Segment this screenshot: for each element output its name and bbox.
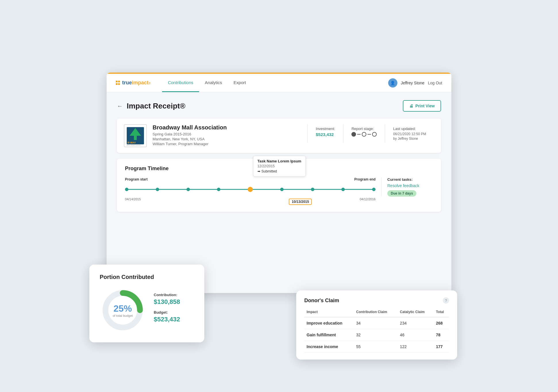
stage-dot-2: [362, 132, 366, 137]
help-icon[interactable]: ?: [443, 297, 449, 304]
investment-label: Investment:: [316, 127, 335, 131]
donors-table: Impact Contribution Claim Catalytic Clai…: [304, 308, 449, 353]
printer-icon: 🖨: [409, 104, 413, 108]
tooltip-task-name: Task Name Lorem Ipsum: [257, 159, 301, 163]
timeline-dates: 04/14/2015 10/13/2015 04/12/2016: [125, 197, 376, 205]
page-header-left: ← Impact Receipt®: [117, 102, 185, 110]
navigation: trueimpact® Contributions Analytics Expo…: [107, 74, 451, 92]
last-updated-value: 06/21/2020 12:50 PM: [393, 132, 426, 136]
username-label: Jeffrey Stone: [401, 81, 424, 85]
print-view-button[interactable]: 🖨 Print View: [403, 100, 441, 112]
timeline-tooltip: Task Name Lorem Ipsum 12/22/2015 ➡ Submi…: [253, 156, 306, 176]
donors-header: Donor's Claim ?: [304, 297, 449, 304]
logo-dots-icon: [116, 81, 120, 85]
cell-contribution: 34: [354, 317, 398, 329]
tasks-label: Current tasks:: [387, 177, 433, 182]
start-date: 04/14/2015: [125, 197, 141, 205]
stage-line-1: [357, 134, 361, 135]
donut-sub: of total budget: [113, 314, 133, 317]
current-date-badge: 10/13/2015: [289, 199, 312, 205]
stage-dot-1: [351, 132, 356, 137]
user-avatar-icon: 👤: [388, 78, 397, 88]
timeline-dot-6: [280, 188, 284, 191]
contribution-label: Contribution:: [154, 293, 194, 297]
nav-tabs: Contributions Analytics Export: [162, 74, 388, 92]
resolve-feedback-link[interactable]: Resolve feedback: [387, 183, 433, 188]
nav-right: 👤 Jeffrey Stone Log Out: [388, 78, 442, 88]
svg-text:MALL ASSOCIATION: MALL ASSOCIATION: [127, 144, 141, 146]
timeline-main: Program start Program end: [125, 177, 376, 205]
cell-impact: Gain fulfillment: [304, 329, 354, 341]
col-impact: Impact: [304, 308, 354, 317]
donut-center: 25% of total budget: [113, 303, 133, 317]
back-button[interactable]: ←: [117, 103, 123, 109]
timeline-dot-4: [217, 188, 220, 191]
contribution-value: $130,858: [154, 298, 194, 306]
org-stats: Investment: $523,432 Report stage:: [307, 124, 434, 143]
last-updated-stat: Last updated: 06/21/2020 12:50 PM by Jef…: [385, 124, 434, 143]
timeline-labels: Program start Program end: [125, 177, 376, 181]
main-app-card: trueimpact® Contributions Analytics Expo…: [107, 73, 451, 293]
timeline-dot-3: [186, 188, 190, 191]
logout-button[interactable]: Log Out: [428, 81, 442, 85]
col-contribution: Contribution Claim: [354, 308, 398, 317]
portion-stats: Contribution: $130,858 Budget: $523,432: [154, 293, 194, 328]
tab-export[interactable]: Export: [228, 74, 252, 92]
timeline-wrapper: Program start Program end: [125, 177, 433, 205]
current-tasks-panel: Current tasks: Resolve feedback Due in 7…: [381, 177, 433, 197]
donors-title: Donor's Claim: [304, 298, 339, 304]
cell-total: 78: [434, 329, 449, 341]
svg-rect-3: [134, 136, 137, 140]
logo: trueimpact®: [116, 80, 151, 86]
cell-catalytic: 46: [398, 329, 434, 341]
stage-dot-3: [372, 132, 377, 137]
cell-catalytic: 234: [398, 317, 434, 329]
tooltip-date: 12/22/2015: [257, 164, 301, 168]
org-program: Spring Gala 2015-2016: [153, 132, 302, 136]
program-end-label: Program end: [354, 177, 376, 181]
cell-contribution: 32: [354, 329, 398, 341]
page-content: ← Impact Receipt® 🖨 Print View: [107, 92, 451, 293]
col-catalytic: Catalytic Claim: [398, 308, 434, 317]
portion-title: Portion Contributed: [100, 274, 194, 280]
budget-label: Budget:: [154, 310, 194, 315]
timeline-dot-active: [248, 187, 253, 192]
logo-text: trueimpact®: [122, 80, 151, 86]
table-header-row: Impact Contribution Claim Catalytic Clai…: [304, 308, 449, 317]
svg-text:B·WAY: B·WAY: [128, 141, 136, 144]
report-stage-label: Report stage:: [351, 127, 377, 131]
timeline-dot-9: [372, 188, 376, 191]
timeline-dot-2: [156, 188, 159, 191]
timeline-dot-8: [341, 188, 345, 191]
investment-value: $523,432: [316, 132, 335, 137]
org-name: Broadway Mall Association: [153, 124, 302, 131]
report-stage-stat: Report stage:: [343, 124, 385, 143]
current-date-container: 10/13/2015: [289, 197, 312, 205]
page-title: Impact Receipt®: [127, 102, 185, 110]
donut-chart: 25% of total budget: [100, 287, 146, 333]
cell-total: 177: [434, 341, 449, 353]
last-updated-by: by Jeffrey Stone: [393, 137, 426, 141]
investment-stat: Investment: $523,432: [308, 124, 343, 143]
timeline-card: Program Timeline Program start Program e…: [117, 159, 441, 212]
due-badge: Due in 7 days: [387, 190, 416, 197]
table-row: Increase income 55 122 177: [304, 341, 449, 353]
timeline-dot-7: [311, 188, 314, 191]
cell-total: 268: [434, 317, 449, 329]
org-location: Manhattan, New York, NY, USA: [153, 137, 302, 141]
donut-percent: 25%: [113, 303, 133, 314]
portion-contributed-card: Portion Contributed 25% of total budget …: [89, 265, 204, 342]
org-manager: William Turner, Program Manager: [153, 142, 302, 146]
arrow-right-icon: ➡: [257, 169, 260, 173]
program-start-label: Program start: [125, 177, 148, 181]
cell-catalytic: 122: [398, 341, 434, 353]
portion-body: 25% of total budget Contribution: $130,8…: [100, 287, 194, 333]
budget-value: $523,432: [154, 316, 194, 323]
timeline-track: [125, 184, 376, 195]
tab-analytics[interactable]: Analytics: [199, 74, 228, 92]
tab-contributions[interactable]: Contributions: [162, 74, 199, 92]
cell-impact: Increase income: [304, 341, 354, 353]
cell-impact: Improve education: [304, 317, 354, 329]
donors-claim-card: Donor's Claim ? Impact Contribution Clai…: [296, 290, 457, 360]
timeline-dots: [125, 187, 376, 192]
